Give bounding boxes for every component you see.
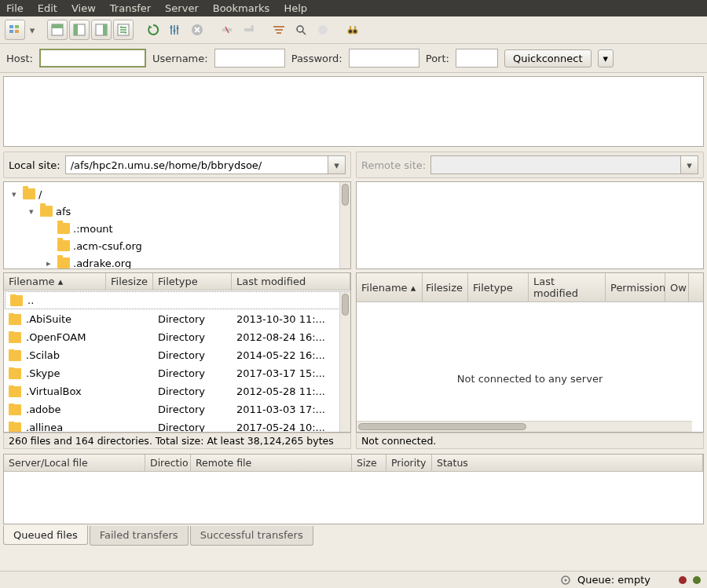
list-item[interactable]: .VirtualBoxDirectory2012-05-28 11:... — [4, 382, 350, 400]
col-filesize[interactable]: Filesize — [423, 273, 468, 301]
local-site-input[interactable] — [66, 156, 328, 173]
username-input[interactable] — [214, 49, 285, 68]
site-manager-button[interactable] — [5, 20, 25, 40]
svg-rect-20 — [277, 32, 281, 34]
transfer-queue[interactable]: Server/Local file Directio Remote file S… — [3, 454, 704, 524]
col-owner[interactable]: Ow — [665, 273, 689, 301]
list-item[interactable]: .. — [5, 291, 350, 309]
menu-transfer[interactable]: Transfer — [110, 2, 151, 14]
tab-failed-transfers[interactable]: Failed transfers — [90, 526, 189, 546]
col-direction[interactable]: Directio — [145, 455, 191, 471]
col-filetype[interactable]: Filetype — [153, 273, 232, 290]
svg-rect-3 — [15, 30, 19, 33]
tree-item[interactable]: .acm-csuf.org — [5, 237, 349, 254]
list-item[interactable]: .OpenFOAMDirectory2012-08-24 16:... — [4, 328, 350, 346]
tab-queued-files[interactable]: Queued files — [3, 525, 88, 545]
statusbar: Queue: empty — [0, 571, 707, 588]
col-filetype[interactable]: Filetype — [468, 273, 529, 301]
toolbar: ▾ — [0, 16, 707, 44]
host-input[interactable] — [39, 49, 146, 68]
menu-server[interactable]: Server — [165, 2, 199, 14]
reconnect-button[interactable] — [239, 20, 259, 40]
sort-asc-icon: ▴ — [58, 276, 64, 287]
svg-rect-18 — [273, 26, 284, 27]
toggle-tree-button[interactable] — [69, 20, 90, 40]
list-item[interactable]: .SkypeDirectory2017-03-17 15:... — [4, 364, 350, 382]
menu-file[interactable]: File — [6, 2, 24, 14]
toggle-log-button[interactable] — [47, 20, 68, 40]
col-priority[interactable]: Priority — [386, 455, 432, 471]
process-queue-button[interactable] — [165, 20, 185, 40]
tree-item[interactable]: ▾/ — [5, 185, 349, 203]
search-button[interactable] — [291, 20, 311, 40]
col-size[interactable]: Size — [352, 455, 386, 471]
message-log[interactable] — [3, 76, 704, 147]
password-label: Password: — [291, 53, 343, 64]
password-input[interactable] — [349, 49, 419, 68]
local-file-list[interactable]: Filename ▴ Filesize Filetype Last modifi… — [3, 272, 351, 433]
svg-rect-1 — [9, 30, 13, 33]
col-remote-file[interactable]: Remote file — [191, 455, 352, 471]
svg-point-21 — [297, 26, 303, 32]
svg-point-26 — [354, 30, 357, 33]
disconnect-button[interactable] — [217, 20, 237, 40]
menu-bookmarks[interactable]: Bookmarks — [213, 2, 270, 14]
scrollbar[interactable] — [339, 292, 350, 432]
toggle-queue-button[interactable] — [113, 20, 134, 40]
list-item[interactable]: .adobeDirectory2011-03-03 17:... — [4, 400, 350, 418]
col-filename[interactable]: Filename ▴ — [357, 273, 423, 301]
svg-rect-27 — [350, 26, 351, 29]
remote-status: Not connected. — [356, 433, 704, 449]
local-site-bar: Local site: ▾ — [3, 152, 351, 178]
col-filesize[interactable]: Filesize — [106, 273, 153, 290]
remote-site-bar: Remote site: ▾ — [356, 152, 704, 178]
scrollbar[interactable] — [339, 182, 350, 268]
col-server-local[interactable]: Server/Local file — [4, 455, 145, 471]
username-label: Username: — [152, 53, 208, 64]
refresh-button[interactable] — [143, 20, 163, 40]
binoculars-button[interactable] — [343, 20, 363, 40]
tree-item[interactable]: ▾afs — [5, 203, 349, 220]
remote-file-list: Filename ▴ Filesize Filetype Last modifi… — [356, 272, 704, 433]
svg-rect-9 — [103, 24, 107, 35]
menu-edit[interactable]: Edit — [38, 2, 57, 14]
svg-point-13 — [177, 27, 179, 30]
local-site-combo[interactable]: ▾ — [65, 155, 346, 174]
menu-view[interactable]: View — [71, 2, 96, 14]
tree-item[interactable]: ▸.adrake.org — [5, 254, 349, 269]
svg-rect-5 — [52, 24, 63, 28]
list-item[interactable]: .AbiSuiteDirectory2013-10-30 11:... — [4, 310, 350, 328]
col-lastmodified[interactable]: Last modified — [529, 273, 606, 301]
col-lastmodified[interactable]: Last modified — [232, 273, 350, 290]
scrollbar[interactable] — [357, 421, 692, 432]
tree-item[interactable]: .:mount — [5, 220, 349, 237]
list-item[interactable]: .ScilabDirectory2014-05-22 16:... — [4, 346, 350, 364]
port-input[interactable] — [456, 49, 498, 68]
col-filename[interactable]: Filename ▴ — [4, 273, 106, 290]
menu-help[interactable]: Help — [284, 2, 307, 14]
svg-point-25 — [349, 30, 352, 33]
chevron-down-icon: ▾ — [680, 156, 698, 173]
toggle-remote-tree-button[interactable] — [91, 20, 112, 40]
svg-rect-19 — [275, 29, 283, 31]
quickconnect-history-dropdown[interactable]: ▾ — [598, 49, 614, 68]
svg-rect-28 — [354, 26, 356, 29]
col-permissions[interactable]: Permission — [606, 273, 665, 301]
compare-button[interactable] — [313, 20, 333, 40]
filter-button[interactable] — [269, 20, 289, 40]
remote-empty-text: Not connected to any server — [357, 302, 703, 432]
list-item[interactable]: .allineaDirectory2017-05-24 10:... — [4, 418, 350, 432]
queue-status: Queue: empty — [577, 574, 650, 586]
host-label: Host: — [6, 53, 33, 64]
remote-tree — [356, 181, 704, 269]
local-site-label: Local site: — [9, 159, 60, 171]
col-status[interactable]: Status — [432, 455, 703, 471]
cancel-button[interactable] — [187, 20, 207, 40]
chevron-down-icon[interactable]: ▾ — [328, 156, 345, 173]
quickconnect-button[interactable]: Quickconnect — [504, 49, 592, 68]
local-tree[interactable]: ▾/▾afs.:mount.acm-csuf.org▸.adrake.org — [3, 181, 351, 269]
port-label: Port: — [426, 53, 449, 64]
tab-successful-transfers[interactable]: Successful transfers — [190, 526, 313, 546]
site-manager-dropdown[interactable]: ▾ — [27, 24, 38, 36]
gear-icon[interactable] — [560, 575, 571, 586]
